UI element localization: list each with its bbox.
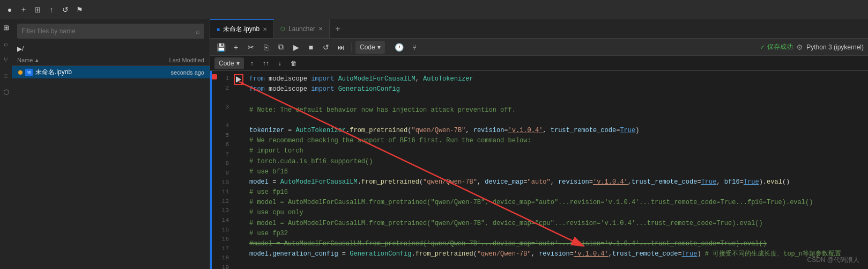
file-modified-label: seconds ago <box>135 69 204 76</box>
debug-icon[interactable]: ⬡ <box>1 87 11 97</box>
folder-row[interactable]: ▶ / <box>12 43 210 55</box>
settings-icon[interactable]: ⚙ <box>796 43 803 52</box>
save-status: ✓ 保存成功 <box>760 42 793 52</box>
delete-button[interactable]: 🗑 <box>288 57 300 69</box>
new-tab-icon[interactable]: ＋ <box>18 4 29 15</box>
activity-bar: ⊞ ⌕ ⑂ ≡ ⬡ <box>0 19 12 269</box>
git-activity-icon[interactable]: ⑂ <box>1 55 11 64</box>
tab-launcher[interactable]: ⬡ Launcher ✕ <box>274 19 330 38</box>
cut-button[interactable]: ✂ <box>244 41 257 54</box>
folder-expand-icon: ▶ <box>17 45 22 53</box>
kernel-info[interactable]: Python 3 (ipykernel) <box>806 43 864 51</box>
extensions-icon[interactable]: ≡ <box>1 71 11 81</box>
sidebar-search-area: ⌕ <box>12 19 210 43</box>
run-cell-button[interactable] <box>232 71 245 269</box>
code-editor[interactable]: 1 2 3 4 5 6 7 8 9 10 11 12 13 14 15 <box>210 71 868 269</box>
sort-arrow-icon: ▲ <box>34 57 39 63</box>
col-modified-header[interactable]: Last Modified <box>135 57 204 63</box>
file-item[interactable]: nb未命名.ipynbseconds ago <box>12 66 210 78</box>
toolbar-separator-2 <box>389 43 389 52</box>
tab-launcher-close[interactable]: ✕ <box>318 26 323 32</box>
run-button[interactable]: ▶ <box>290 41 302 54</box>
tab-notebook-icon: ■ <box>217 26 220 32</box>
add-cell-button[interactable]: + <box>229 41 242 54</box>
tab-notebook-close[interactable]: ✕ <box>263 26 267 32</box>
fast-forward-button[interactable]: ⏭ <box>335 41 347 54</box>
git-toolbar-button[interactable]: ⑂ <box>408 41 421 54</box>
secondary-cell-type-dropdown[interactable]: Code ▾ <box>214 57 244 69</box>
dropdown-arrow-icon: ▾ <box>377 43 381 51</box>
secondary-dropdown-arrow-icon: ▾ <box>236 60 240 67</box>
restart-button[interactable]: ↺ <box>320 41 332 54</box>
file-name-label: 未命名.ipynb <box>35 68 72 77</box>
file-list: nb未命名.ipynbseconds ago <box>12 66 210 78</box>
search-icon: ⌕ <box>196 27 200 35</box>
tab-launcher-label: Launcher <box>288 25 315 33</box>
kernel-label: Python 3 (ipykernel) <box>806 43 864 51</box>
main-layout: ⊞ ⌕ ⑂ ≡ ⬡ ⌕ ▶ / Name ▲ Last Modified n <box>0 19 868 269</box>
cell-type-label: Code <box>360 43 375 51</box>
branding: CSDN @代码浪人 <box>807 256 859 265</box>
toolbar-right: ✓ 保存成功 ⚙ Python 3 (ipykernel) <box>760 42 864 52</box>
paste-button[interactable]: ⧉ <box>275 41 287 54</box>
save-status-text: 保存成功 <box>767 42 793 52</box>
save-button[interactable]: 💾 <box>214 41 227 54</box>
explorer-icon[interactable]: ⊞ <box>1 23 11 32</box>
folder-icon[interactable]: ⊞ <box>32 4 43 15</box>
refresh-icon[interactable]: ↺ <box>60 4 71 15</box>
editor-area: ■ 未命名.ipynb ✕ ⬡ Launcher ✕ + 💾 + ✂ ⎘ ⧉ ▶… <box>210 19 868 269</box>
clock-button[interactable]: 🕐 <box>393 41 406 54</box>
move-down-button[interactable]: ↓ <box>274 57 286 69</box>
top-bar: ● ＋ ⊞ ↑ ↺ ⚑ <box>0 0 868 19</box>
error-indicator <box>212 73 218 269</box>
folder-label: / <box>22 45 24 53</box>
col-name-header[interactable]: Name ▲ <box>17 57 135 63</box>
tab-bar: ■ 未命名.ipynb ✕ ⬡ Launcher ✕ + <box>210 19 868 39</box>
copy-button[interactable]: ⎘ <box>259 41 272 54</box>
move-up-button[interactable]: ↑ <box>246 57 258 69</box>
search-container: ⌕ <box>17 24 204 39</box>
notebook-icon: nb <box>25 69 33 76</box>
app-icon: ● <box>4 4 15 15</box>
git-icon[interactable]: ⚑ <box>74 4 85 15</box>
add-tab-button[interactable]: + <box>330 19 345 38</box>
check-icon: ✓ <box>760 43 765 51</box>
upload-icon[interactable]: ↑ <box>46 4 57 15</box>
cell-type-dropdown[interactable]: Code ▾ <box>355 41 385 54</box>
code-content: from modelscope import AutoModelForCausa… <box>245 71 868 269</box>
toolbar: 💾 + ✂ ⎘ ⧉ ▶ ■ ↺ ⏭ Code ▾ 🕐 ⑂ ✓ 保存成功 ⚙ <box>210 39 868 56</box>
sidebar: ⌕ ▶ / Name ▲ Last Modified nb未命名.ipynbse… <box>12 19 210 269</box>
tab-notebook[interactable]: ■ 未命名.ipynb ✕ <box>210 19 274 38</box>
file-item-name: nb未命名.ipynb <box>17 68 135 77</box>
secondary-cell-type-label: Code <box>219 60 234 67</box>
tab-launcher-icon: ⬡ <box>280 26 285 32</box>
secondary-toolbar: Code ▾ ↑ ↑↑ ↓ 🗑 <box>210 56 868 71</box>
toolbar-separator <box>351 43 352 52</box>
search-input[interactable] <box>21 27 196 35</box>
stop-button[interactable]: ■ <box>305 41 317 54</box>
warning-dot <box>18 70 23 75</box>
move-up2-button[interactable]: ↑↑ <box>260 57 272 69</box>
file-list-header: Name ▲ Last Modified <box>12 55 210 66</box>
search-activity-icon[interactable]: ⌕ <box>1 39 11 48</box>
tab-notebook-label: 未命名.ipynb <box>223 25 259 34</box>
code-cell: 1 2 3 4 5 6 7 8 9 10 11 12 13 14 15 <box>210 71 868 269</box>
